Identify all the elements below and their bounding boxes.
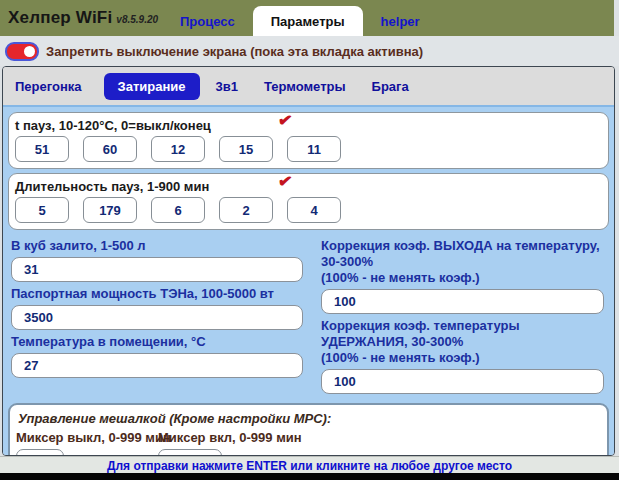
app-title-block: Хелпер WiFi v8.5.9.20 [8,8,168,28]
tab-thermometers[interactable]: Термометры [264,79,346,94]
pause-temps-panel: t пауз, 10-120°C, 0=выкл/конец ✔ [8,112,609,169]
footer-bar [0,473,619,480]
tab-braga[interactable]: Брага [372,79,409,94]
output-coef-label-line1: Коррекция коэф. ВЫХОДА на температуру, 3… [321,238,604,270]
pause-duration-2-input[interactable] [83,197,137,223]
mixer-off-input[interactable] [16,449,64,456]
pause-duration-5-input[interactable] [287,197,341,223]
screen-lock-toggle[interactable] [5,42,39,61]
pause-duration-3-input[interactable] [151,197,205,223]
mixer-off-label: Миксер выкл, 0-999 мин [16,430,150,445]
field-mixer-on: Миксер вкл, 0-999 мин [158,429,302,456]
app-window: Хелпер WiFi v8.5.9.20 Процесс Параметры … [0,0,619,480]
parameters-frame: Перегонка Затирание 3в1 Термометры Брага… [2,66,615,456]
tab-process[interactable]: Процесс [168,6,247,36]
pause-durations-inputs [15,197,602,223]
app-header: Хелпер WiFi v8.5.9.20 Процесс Параметры … [0,0,614,36]
volume-label: В куб залито, 1-500 л [11,238,303,254]
pause-temp-4-input[interactable] [219,136,273,162]
pause-duration-4-input[interactable] [219,197,273,223]
output-coef-label-line2: (100% - не менять коэф.) [321,270,604,286]
screen-lock-label: Запретить выключение экрана (пока эта вк… [46,44,423,59]
pause-durations-label: Длительность пауз, 1-900 мин [15,179,209,194]
settings-left-column: В куб залито, 1-500 л Паспортная мощност… [11,234,303,397]
room-temp-input[interactable] [11,353,303,378]
room-temp-label: Температура в помещении, °C [11,334,303,350]
pause-temps-inputs [15,136,602,162]
pause-durations-panel: Длительность пауз, 1-900 мин ✔ [8,173,609,230]
mixer-title: Управление мешалкой (Кроме настройки MPC… [18,411,597,426]
pause-temp-5-input[interactable] [287,136,341,162]
section-tabbar: Перегонка Затирание 3в1 Термометры Брага [3,67,614,105]
pause-temps-label: t пауз, 10-120°C, 0=выкл/конец [15,118,211,133]
submit-hint-text: Для отправки нажмите ENTER или кликните … [107,459,512,473]
checkmark-icon: ✔ [260,170,310,195]
tab-distillation[interactable]: Перегонка [15,79,82,94]
field-volume: В куб залито, 1-500 л [11,238,303,282]
mashing-settings-content: t пауз, 10-120°C, 0=выкл/конец ✔ Длитель… [3,105,614,456]
output-coef-input[interactable] [321,289,604,314]
tab-mashing[interactable]: Затирание [104,73,200,100]
pause-duration-1-input[interactable] [15,197,69,223]
pause-temp-3-input[interactable] [151,136,205,162]
heater-power-input[interactable] [11,305,303,330]
mixer-on-label: Миксер вкл, 0-999 мин [158,430,302,445]
status-bar: Для отправки нажмите ENTER или кликните … [0,456,619,473]
toggle-knob-icon [24,46,35,57]
mixer-fields: Миксер выкл, 0-999 мин Миксер вкл, 0-999… [16,429,597,456]
app-title: Хелпер WiFi [8,8,112,28]
screen-lock-row: Запретить выключение экрана (пока эта вк… [0,36,619,66]
field-output-coef: Коррекция коэф. ВЫХОДА на температуру, 3… [321,238,604,314]
mixer-panel: Управление мешалкой (Кроме настройки MPC… [8,403,609,456]
app-version: v8.5.9.20 [116,14,158,25]
heater-power-label: Паспортная мощность ТЭНа, 100-5000 вт [11,286,303,302]
tab-parameters[interactable]: Параметры [253,6,363,36]
tab-helper[interactable]: helper [369,6,432,36]
settings-right-column: Коррекция коэф. ВЫХОДА на температуру, 3… [321,234,606,397]
pause-temp-2-input[interactable] [83,136,137,162]
hold-coef-input[interactable] [321,369,604,394]
volume-input[interactable] [11,257,303,282]
settings-form: В куб залито, 1-500 л Паспортная мощност… [3,230,614,397]
field-heater-power: Паспортная мощность ТЭНа, 100-5000 вт [11,286,303,330]
field-mixer-off: Миксер выкл, 0-999 мин [16,429,150,456]
checkmark-icon: ✔ [260,109,310,134]
header-tabs: Процесс Параметры helper [168,6,432,36]
hold-coef-label-line1: Коррекция коэф. температуры УДЕРЖАНИЯ, 3… [321,318,604,350]
field-room-temp: Температура в помещении, °C [11,334,303,378]
hold-coef-label-line2: (100% - не менять коэф.) [321,350,604,366]
tab-3in1[interactable]: 3в1 [216,79,238,94]
field-hold-coef: Коррекция коэф. температуры УДЕРЖАНИЯ, 3… [321,318,604,394]
pause-temp-1-input[interactable] [15,136,69,162]
mixer-on-input[interactable] [158,449,222,456]
